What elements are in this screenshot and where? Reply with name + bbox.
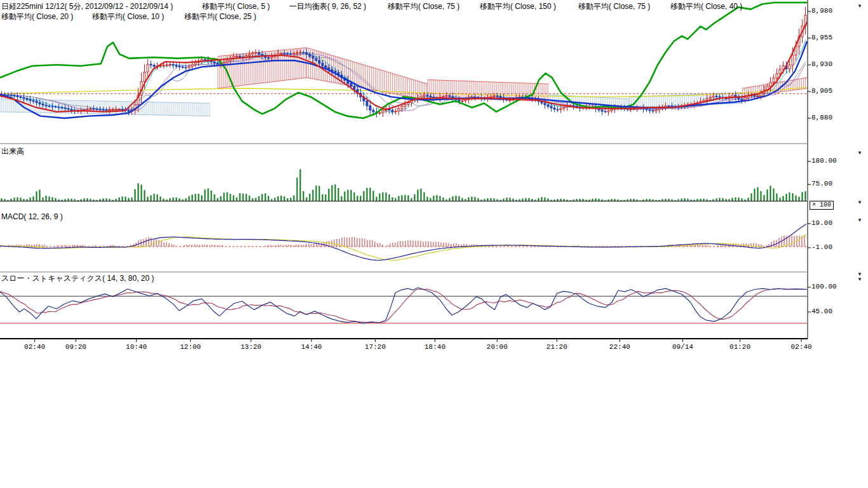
pane-dropdown-icon[interactable]: ▼ [857, 151, 862, 156]
trading-chart-app: 日経225mini 12/12( 5分, 2012/09/12 - 2012/0… [0, 0, 868, 488]
time-axis-label: 20:00 [487, 343, 508, 351]
indicator-label: 移動平均( Close, 75 ) [388, 1, 459, 12]
indicator-label: 移動平均( Close, 5 ) [202, 1, 270, 12]
time-axis-label: 01:20 [729, 343, 750, 351]
time-axis-label: 09/14 [672, 343, 693, 351]
time-axis-label: 14:40 [301, 343, 322, 351]
macd-pane-label: MACD( 12, 26, 9 ) [1, 212, 63, 221]
indicator-label: 移動平均( Close, 25 ) [184, 11, 256, 22]
pane-dropdown-icon[interactable]: ▼ [857, 4, 862, 9]
indicator-label: 一目均衡表( 9, 26, 52 ) [289, 1, 366, 12]
volume-axis-tick: 75.00 [811, 180, 832, 187]
pane-dropdown-icon[interactable]: ▼ [857, 200, 862, 205]
time-axis-label: 09:20 [65, 343, 86, 351]
price-axis-tick: 8,930 [811, 60, 832, 68]
pane-dropdown-icon[interactable]: ▼ [857, 218, 862, 223]
time-axis-label: 21:20 [546, 343, 567, 351]
indicator-label: 移動平均( Close, 75 ) [578, 1, 650, 12]
indicator-label: 移動平均( Close, 150 ) [480, 1, 556, 12]
macd-axis-tick: 19.00 [811, 219, 832, 227]
time-axis-label: 22:40 [609, 343, 630, 351]
time-axis-label: 13:20 [240, 343, 261, 351]
price-axis-tick: 8,980 [811, 7, 832, 15]
stochastics-pane-label: スロー・ストキャスティクス( 14, 3, 80, 20 ) [1, 273, 154, 284]
volume-multiplier-badge: × 100 [810, 201, 834, 210]
indicator-label: 移動平均( Close, 10 ) [92, 11, 164, 22]
price-axis-tick: 8,905 [811, 87, 832, 95]
pane-dropdown-icon[interactable]: ▼ [857, 277, 862, 282]
indicator-label: 移動平均( Close, 40 ) [670, 1, 742, 12]
price-axis-tick: 8,955 [811, 34, 832, 41]
chart-canvas[interactable] [0, 0, 868, 488]
stoch-axis-tick: 100.00 [811, 283, 837, 290]
time-axis-label: 10:40 [126, 343, 147, 351]
time-axis-label: 12:00 [180, 343, 201, 351]
time-axis-label: 02:40 [24, 343, 45, 351]
time-axis-label: 02:40 [791, 343, 812, 351]
indicator-label: 移動平均( Close, 20 ) [1, 11, 73, 22]
volume-axis-tick: 180.00 [811, 157, 837, 165]
time-axis-label: 18:40 [424, 343, 445, 351]
stoch-axis-tick: 45.00 [811, 308, 832, 315]
price-axis-tick: 8,880 [811, 114, 832, 121]
indicator-label: 日経225mini 12/12( 5分, 2012/09/12 - 2012/0… [1, 1, 173, 12]
macd-axis-tick: -1.00 [811, 243, 832, 251]
volume-pane-label: 出来高 [1, 146, 24, 157]
time-axis-label: 17:20 [365, 343, 386, 351]
